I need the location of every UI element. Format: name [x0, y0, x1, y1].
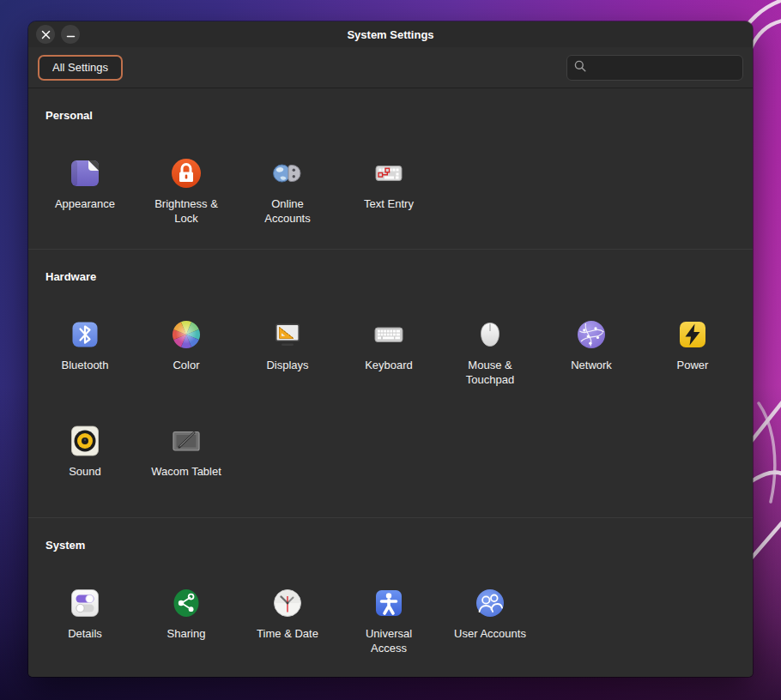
item-label: Bluetooth [62, 358, 109, 372]
settings-item-color[interactable]: Color [136, 317, 237, 387]
appearance-icon [67, 155, 103, 191]
mouse-touchpad-icon [472, 317, 508, 353]
item-label: Online Accounts [249, 196, 326, 226]
section-system: System Details Sharing Time & Date Unive… [28, 517, 753, 677]
settings-item-text-entry[interactable]: Text Entry [338, 155, 439, 226]
settings-item-time-date[interactable]: Time & Date [237, 585, 338, 655]
settings-item-brightness-lock[interactable]: Brightness & Lock [136, 155, 237, 226]
items-grid-system: Details Sharing Time & Date Universal Ac… [34, 585, 747, 655]
user-accounts-icon [472, 585, 508, 621]
item-label: Universal Access [350, 626, 427, 655]
toolbar: All Settings [28, 47, 753, 88]
item-label: Sharing [167, 626, 206, 641]
close-icon [41, 30, 51, 39]
item-label: Keyboard [365, 358, 413, 372]
settings-item-displays[interactable]: Displays [237, 317, 338, 387]
wacom-tablet-icon [168, 423, 204, 459]
item-label: Appearance [55, 196, 115, 211]
settings-item-wacom-tablet[interactable]: Wacom Tablet [136, 423, 237, 493]
item-label: Text Entry [364, 196, 414, 211]
online-accounts-icon [269, 155, 306, 191]
displays-icon [269, 317, 306, 353]
sound-icon [67, 423, 103, 459]
settings-item-network[interactable]: Network [541, 317, 642, 387]
settings-item-universal-access[interactable]: Universal Access [338, 585, 439, 655]
settings-content: Personal Appearance Brightness & Lock On… [28, 88, 753, 677]
system-settings-window: System Settings All Settings Personal Ap… [28, 21, 753, 677]
items-grid-personal: Appearance Brightness & Lock Online Acco… [34, 155, 747, 226]
settings-item-sharing[interactable]: Sharing [136, 585, 237, 655]
window-title: System Settings [28, 28, 753, 41]
item-label: Mouse & Touchpad [451, 358, 529, 387]
item-label: Sound [69, 464, 101, 479]
all-settings-button[interactable]: All Settings [38, 55, 123, 81]
settings-item-sound[interactable]: Sound [34, 423, 136, 493]
section-header-personal: Personal [45, 109, 747, 123]
sharing-icon [168, 585, 204, 621]
item-label: Wacom Tablet [151, 464, 221, 479]
close-button[interactable] [36, 25, 55, 44]
minimize-icon [66, 30, 76, 39]
section-hardware: Hardware Bluetooth Color Displays Keyboa… [28, 249, 753, 517]
item-label: Power [677, 358, 709, 372]
text-entry-icon [371, 155, 407, 191]
minimize-button[interactable] [61, 25, 80, 44]
bluetooth-icon [67, 317, 103, 353]
keyboard-icon [371, 317, 407, 353]
section-personal: Personal Appearance Brightness & Lock On… [28, 88, 753, 249]
color-icon [168, 317, 204, 353]
settings-item-online-accounts[interactable]: Online Accounts [237, 155, 338, 226]
item-label: Displays [266, 358, 308, 372]
power-icon [675, 317, 711, 353]
settings-item-mouse-touchpad[interactable]: Mouse & Touchpad [439, 317, 541, 387]
settings-item-user-accounts[interactable]: User Accounts [439, 585, 541, 655]
item-label: Details [68, 626, 102, 641]
section-header-system: System [45, 539, 747, 552]
settings-item-bluetooth[interactable]: Bluetooth [34, 317, 136, 387]
item-label: User Accounts [454, 626, 526, 641]
item-label: Network [571, 358, 612, 372]
network-icon [573, 317, 609, 353]
settings-item-keyboard[interactable]: Keyboard [338, 317, 439, 387]
items-grid-hardware: Bluetooth Color Displays Keyboard Mouse … [34, 317, 747, 493]
settings-item-power[interactable]: Power [642, 317, 743, 387]
settings-item-appearance[interactable]: Appearance [34, 155, 136, 226]
universal-access-icon [371, 585, 407, 621]
search-icon [573, 59, 587, 76]
item-label: Time & Date [257, 626, 318, 641]
brightness-lock-icon [168, 155, 204, 191]
search-input[interactable] [592, 60, 736, 75]
section-header-hardware: Hardware [45, 270, 747, 284]
search-box[interactable] [566, 55, 743, 81]
settings-item-details[interactable]: Details [34, 585, 136, 655]
titlebar: System Settings [28, 21, 753, 47]
item-label: Color [173, 358, 199, 372]
time-date-icon [269, 585, 306, 621]
details-icon [67, 585, 103, 621]
item-label: Brightness & Lock [148, 196, 225, 226]
